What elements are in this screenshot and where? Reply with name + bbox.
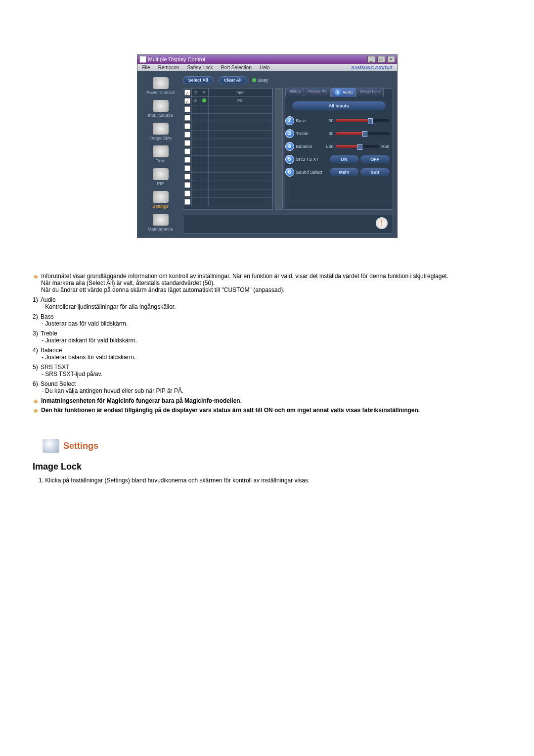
- row-input: PC: [209, 97, 272, 105]
- marker-4-icon: 4: [285, 142, 294, 151]
- sound-sub-button[interactable]: Sub: [360, 168, 390, 176]
- menu-remocon[interactable]: Remocon: [155, 65, 182, 70]
- item-4-desc: - Justerar balans för vald bildskärm.: [42, 354, 501, 361]
- menu-file[interactable]: File: [139, 65, 153, 70]
- sidebar-item-input-source[interactable]: Input Source: [141, 98, 180, 120]
- bass-slider[interactable]: [336, 119, 390, 122]
- pip-icon: [153, 168, 169, 180]
- image-lock-heading: Image Lock: [33, 462, 501, 472]
- treble-control: 3 Treble 50: [288, 129, 390, 138]
- marker-1-icon: 1: [335, 89, 342, 96]
- row-checkbox[interactable]: [184, 174, 190, 180]
- app-window: Multiple Display Control _ □ × File Remo…: [137, 54, 398, 238]
- row-checkbox[interactable]: [184, 157, 190, 163]
- sound-main-button[interactable]: Main: [330, 168, 359, 176]
- sidebar-item-time[interactable]: Time: [141, 143, 180, 165]
- row-checkbox[interactable]: [184, 190, 190, 196]
- srs-on-button[interactable]: ON: [330, 155, 359, 163]
- balance-value-left: L50: [323, 144, 334, 149]
- bass-label: Bass: [296, 118, 321, 123]
- sidebar-item-pip[interactable]: PIP: [141, 166, 180, 188]
- titlebar: Multiple Display Control _ □ ×: [137, 55, 397, 64]
- header-checkbox[interactable]: [184, 90, 190, 95]
- intro-p1: Inforutnätet visar grundläggande informa…: [41, 273, 448, 280]
- sidebar-item-label: PIP: [157, 181, 164, 186]
- item-1-desc: - Kontrollerar ljudinställningar för all…: [42, 303, 501, 310]
- minimize-button[interactable]: _: [367, 56, 375, 63]
- input-source-icon: [153, 100, 169, 112]
- select-all-button[interactable]: Select All: [183, 76, 214, 84]
- star-icon: ★: [33, 407, 39, 414]
- intro-p1b: När markera alla (Select All) är valt, å…: [41, 280, 215, 286]
- row-checkbox[interactable]: [184, 182, 190, 188]
- row-checkbox[interactable]: [184, 115, 190, 121]
- sidebar-item-power-control[interactable]: Power Control: [141, 75, 180, 97]
- row-checkbox[interactable]: [184, 148, 190, 154]
- info-grid: ID ✳ Input 0 PC: [183, 88, 273, 210]
- treble-slider[interactable]: [336, 132, 390, 135]
- row-checkbox[interactable]: [184, 199, 190, 205]
- item-2-title: Bass: [41, 313, 54, 320]
- srs-off-button[interactable]: OFF: [360, 155, 390, 163]
- brand-label: SAMSUNG DIGITall: [348, 65, 395, 70]
- marker-6-icon: 6: [285, 168, 294, 177]
- treble-label: Treble: [296, 131, 321, 136]
- balance-value-right: R50: [381, 144, 390, 149]
- balance-label: Balance: [296, 144, 321, 149]
- clear-all-button[interactable]: Clear All: [219, 76, 247, 84]
- settings-icon: [153, 191, 169, 203]
- sidebar-item-label: Power Control: [146, 90, 175, 95]
- sidebar-item-image-size[interactable]: Image Size: [141, 121, 180, 142]
- item-6-desc: - Du kan välja antingen huvud eller sub …: [42, 387, 501, 394]
- balance-slider[interactable]: [336, 145, 379, 148]
- bass-control: 2 Bass 60: [288, 116, 390, 125]
- sound-select-label: Sound Select: [296, 170, 328, 175]
- image-lock-step-1: 1. Klicka på Inställningar (Settings) bl…: [39, 477, 501, 484]
- window-title: Multiple Display Control: [148, 56, 206, 62]
- srs-control: 5 SRS TS XT ON OFF: [288, 155, 390, 164]
- header-input: Input: [209, 89, 272, 96]
- menu-help[interactable]: Help: [257, 65, 273, 70]
- item-5-title: SRS TSXT: [41, 364, 69, 371]
- image-size-icon: [153, 123, 169, 135]
- row-checkbox[interactable]: [184, 98, 190, 104]
- close-button[interactable]: ×: [387, 56, 395, 63]
- row-checkbox[interactable]: [184, 106, 190, 112]
- settings-title: Settings: [63, 441, 98, 451]
- busy-label: Busy: [258, 78, 268, 83]
- status-led-icon: [202, 98, 206, 102]
- header-id: ID: [192, 89, 200, 96]
- star-icon: ★: [33, 273, 39, 280]
- row-checkbox[interactable]: [184, 140, 190, 146]
- tab-picture[interactable]: Picture: [285, 88, 305, 97]
- menu-safety-lock[interactable]: Safety Lock: [184, 65, 216, 70]
- row-id: 0: [192, 97, 200, 105]
- tab-picture-pc[interactable]: Picture PC: [305, 88, 330, 97]
- power-icon: [153, 77, 169, 89]
- row-checkbox[interactable]: [184, 123, 190, 129]
- marker-2-icon: 2: [285, 116, 294, 125]
- settings-panel: Picture Picture PC 1Audio Image Lock All…: [285, 88, 393, 210]
- tab-image-lock[interactable]: Image Lock: [356, 88, 384, 97]
- document-body: ★ Inforutnätet visar grundläggande infor…: [30, 273, 504, 484]
- sidebar-item-maintenance[interactable]: Maintenance: [141, 212, 180, 234]
- grid-header: ID ✳ Input: [183, 89, 272, 97]
- row-checkbox[interactable]: [184, 132, 190, 138]
- warning-icon: !: [376, 217, 388, 229]
- maintenance-icon: [153, 214, 169, 226]
- sidebar-item-label: Settings: [152, 204, 169, 209]
- menubar: File Remocon Safety Lock Port Selection …: [137, 64, 397, 71]
- menu-port-selection[interactable]: Port Selection: [218, 65, 255, 70]
- item-1-title: Audio: [41, 296, 56, 303]
- intro-p1c: När du ändrar ett värde på denna skärm ä…: [41, 286, 285, 293]
- time-icon: [153, 145, 169, 157]
- grid-row[interactable]: 0 PC: [183, 97, 272, 105]
- maximize-button[interactable]: □: [377, 56, 385, 63]
- balance-control: 4 Balance L50 R50: [288, 142, 390, 151]
- row-checkbox[interactable]: [184, 165, 190, 171]
- sidebar-item-settings[interactable]: Settings: [141, 189, 180, 211]
- marker-3-icon: 3: [285, 129, 294, 138]
- tab-audio[interactable]: 1Audio: [331, 88, 356, 97]
- scrollbar[interactable]: [275, 88, 283, 210]
- all-inputs-label: All Inputs: [292, 101, 386, 110]
